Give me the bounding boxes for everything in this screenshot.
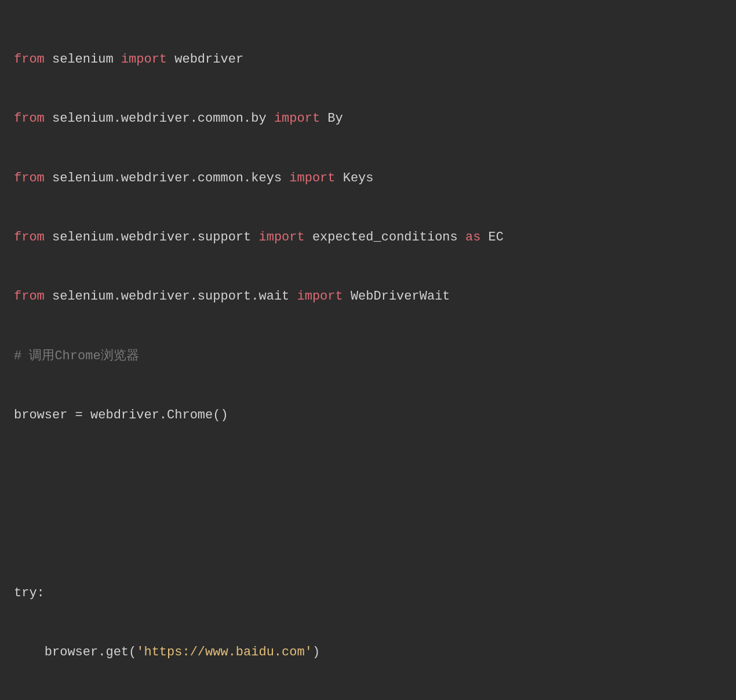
line-5: from selenium.webdriver.support.wait imp… bbox=[14, 287, 722, 307]
line-2: from selenium.webdriver.common.by import… bbox=[14, 109, 722, 129]
line-10: try: bbox=[14, 584, 722, 603]
line-1: from selenium import webdriver bbox=[14, 50, 722, 70]
line-9 bbox=[14, 524, 722, 544]
keyword-from: from bbox=[14, 230, 45, 245]
line-4: from selenium.webdriver.support import e… bbox=[14, 228, 722, 247]
keyword-from: from bbox=[14, 52, 45, 67]
keyword-from: from bbox=[14, 171, 45, 185]
line-8 bbox=[14, 465, 722, 484]
line-3: from selenium.webdriver.common.keys impo… bbox=[14, 169, 722, 188]
line-7: browser = webdriver.Chrome() bbox=[14, 406, 722, 425]
keyword-from: from bbox=[14, 289, 45, 304]
line-11: browser.get('https://www.baidu.com') bbox=[14, 643, 722, 662]
code-editor: from selenium import webdriver from sele… bbox=[14, 10, 722, 700]
line-6: # 调用Chrome浏览器 bbox=[14, 347, 722, 366]
keyword-from: from bbox=[14, 111, 45, 126]
